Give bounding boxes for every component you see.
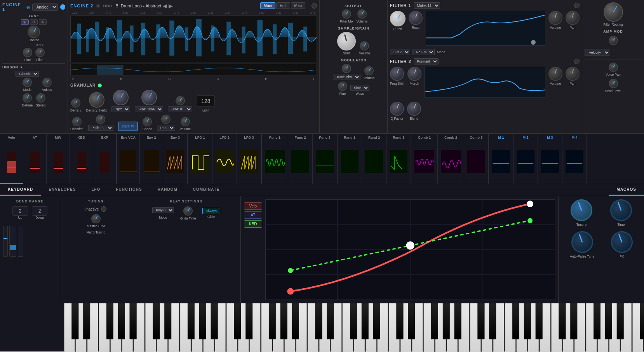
lp12-dropdown[interactable]: LP12 (390, 49, 410, 55)
sg-volume-knob[interactable] (360, 41, 369, 51)
size-time-knob[interactable] (141, 90, 157, 105)
q-factor-knob[interactable] (390, 102, 404, 116)
cutoff-knob[interactable] (390, 11, 406, 26)
tab-main[interactable]: Main (260, 2, 276, 9)
direction-knob[interactable] (72, 117, 82, 126)
mod-col-func1[interactable]: Func 1 (261, 134, 288, 184)
output-volume-knob[interactable] (357, 9, 367, 19)
filter2-preset-dropdown[interactable]: Formant (414, 58, 439, 64)
voice-pan-knob[interactable] (609, 63, 618, 72)
unison-mode-dropdown[interactable]: Classic (16, 71, 39, 77)
micro-tuning-power-btn[interactable] (101, 206, 106, 212)
tune-q-btn[interactable]: Q (30, 19, 37, 25)
reso-knob[interactable] (409, 11, 423, 25)
mod-col-lfo3[interactable]: LFO 3 (237, 134, 261, 184)
shape-knob[interactable] (143, 117, 152, 126)
master-tune-knob[interactable] (91, 214, 101, 223)
trpz-knob[interactable] (113, 90, 129, 105)
mod-col-m1[interactable]: M 1 (489, 134, 513, 184)
blend-knob[interactable] (407, 102, 421, 116)
mod-col-m4[interactable]: M 4 (562, 134, 587, 184)
time-knob[interactable] (610, 199, 632, 221)
voices-knob[interactable] (42, 78, 52, 87)
filter2-power-button[interactable] (574, 59, 580, 64)
mod-col-env3[interactable]: Env 3 (163, 134, 188, 184)
mod-col-rand3[interactable]: Rand 3 (386, 134, 411, 184)
volume-knob[interactable] (181, 117, 190, 126)
waveform-prev-button[interactable]: ◀ (163, 3, 167, 9)
detune-knob[interactable] (23, 93, 32, 103)
pan-dropdown[interactable]: Pan (157, 125, 175, 131)
velocity-curve-display[interactable] (265, 199, 555, 300)
filter2-volume-knob[interactable] (548, 67, 562, 81)
filter1-volume-knob[interactable] (548, 11, 562, 25)
filter-mix-knob[interactable] (342, 9, 351, 19)
velocity-dropdown[interactable]: Velocity (585, 49, 610, 56)
timbre-knob[interactable] (571, 199, 592, 221)
mod-col-exp[interactable]: EXP (93, 134, 117, 184)
mod-col-env-vca[interactable]: Env VCA (117, 134, 140, 184)
waveform-display[interactable] (70, 16, 317, 62)
filter-knob[interactable] (35, 48, 45, 57)
mod-col-comb2[interactable]: Comb 2 (438, 134, 464, 184)
wave-dropdown[interactable]: Sine (350, 85, 369, 91)
filter1-power-button[interactable] (574, 3, 580, 8)
velo-curve-btn[interactable]: Velo (244, 202, 262, 210)
down-value[interactable]: 2 (32, 206, 47, 216)
mod-col-comb1[interactable]: Comb 1 (411, 134, 438, 184)
filter1-preset-dropdown[interactable]: Matrix 12 (414, 2, 440, 9)
mod-col-kbd[interactable]: KBD (70, 134, 93, 184)
engine1-preset-dropdown[interactable]: Analog (32, 3, 58, 11)
waveform-next-button[interactable]: ▶ (169, 3, 173, 9)
amp-mod-knob[interactable] (609, 36, 618, 45)
pan-knob[interactable] (161, 115, 171, 124)
kbd-curve-btn[interactable]: KBD (244, 220, 262, 228)
granular-power-button[interactable] (98, 84, 102, 87)
up-value[interactable]: 2 (12, 206, 28, 216)
tune-abs-knob[interactable] (342, 64, 351, 73)
tab-functions[interactable]: FUNCTIONS (108, 184, 150, 196)
stereo-knob[interactable] (36, 93, 45, 103)
fx-knob[interactable] (611, 231, 633, 253)
mod-col-lfo2[interactable]: LFO 2 (212, 134, 237, 184)
mod-col-lfo1[interactable]: LFO 1 (188, 134, 212, 184)
piano-keys-container[interactable] (64, 303, 644, 352)
tab-envelopes[interactable]: ENVELOPES (41, 184, 84, 196)
mod-col-at[interactable]: AT (23, 134, 47, 184)
waveform-mini-strip[interactable] (70, 64, 317, 75)
tab-combinate[interactable]: COMBINATE (185, 184, 228, 196)
mod-col-m2[interactable]: M 2 (513, 134, 538, 184)
freq-shift-knob[interactable] (390, 67, 404, 81)
tab-random[interactable]: RANDOM (150, 184, 185, 196)
engine1-power-button[interactable] (60, 4, 65, 10)
glide-button[interactable]: Always (202, 208, 221, 214)
density-knob[interactable] (89, 92, 104, 108)
fine-mod-knob[interactable] (338, 82, 347, 91)
mod-wheel[interactable] (9, 226, 16, 257)
start-knob[interactable] (337, 32, 356, 51)
mod-col-m3[interactable]: M 3 (538, 134, 562, 184)
volume-wheel[interactable] (18, 226, 23, 257)
mod-col-mw[interactable]: MW (47, 134, 70, 184)
coarse-knob[interactable] (28, 26, 40, 38)
filter2-pan-knob[interactable] (566, 67, 580, 81)
size-hash-knob[interactable] (176, 96, 185, 105)
tab-lfo[interactable]: LFO (84, 184, 108, 196)
mod-col-rand1[interactable]: Rand 1 (337, 134, 362, 184)
tune-mode-btn[interactable]: ⊞ (21, 19, 29, 25)
glide-time-knob[interactable] (183, 206, 193, 216)
size-time-dropdown[interactable]: Size: Time (135, 106, 163, 112)
tune-curve-btn[interactable]: ∿ (39, 19, 47, 25)
mod-col-func3[interactable]: Func 3 (313, 134, 337, 184)
engine2-power-button[interactable] (312, 3, 317, 9)
mod-col-comb3[interactable]: Comb 3 (464, 134, 489, 184)
bw-knob[interactable] (71, 98, 80, 108)
fine-knob[interactable] (23, 48, 32, 57)
mod-col-rand2[interactable]: Rand 2 (362, 134, 386, 184)
mode-knob[interactable] (23, 78, 32, 87)
auto-pulse-tune-knob[interactable] (571, 231, 593, 253)
morph-knob[interactable] (407, 67, 421, 81)
no-fm-dropdown[interactable]: No FM (413, 49, 435, 55)
tab-macros[interactable]: MACROS (609, 184, 644, 196)
trpz-dropdown[interactable]: Trpz (111, 106, 130, 112)
